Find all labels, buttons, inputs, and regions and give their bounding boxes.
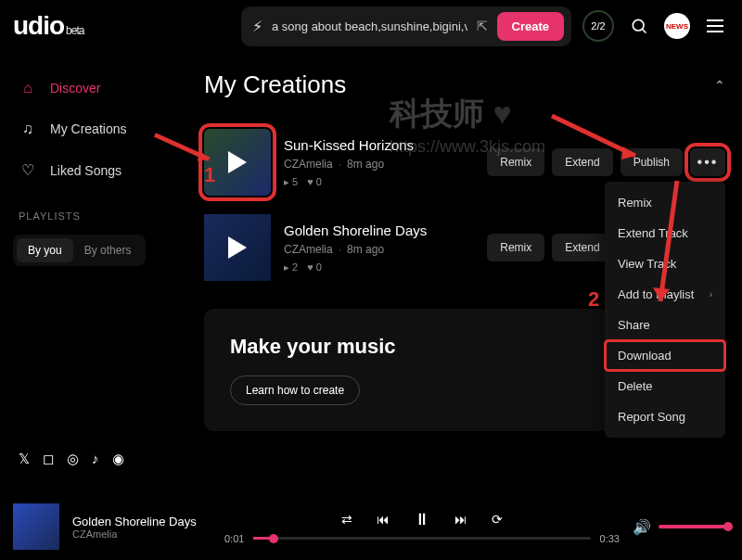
context-menu: Remix Extend Track View Track Add to Pla…	[605, 182, 725, 438]
generation-counter: 2/2	[582, 10, 614, 42]
like-count: 0	[316, 176, 322, 187]
tiktok-icon[interactable]: ♪	[92, 451, 99, 467]
menu-share[interactable]: Share	[605, 310, 725, 340]
sidebar-item-label: Liked Songs	[50, 163, 122, 178]
now-playing-title: Golden Shoreline Days	[72, 515, 211, 528]
track-time: 8m ago	[347, 158, 384, 171]
remix-button[interactable]: Remix	[487, 148, 544, 176]
play-icon	[228, 236, 247, 259]
top-bar: udiobeta ⚡︎ ⇱ Create 2/2 NEWS	[0, 0, 742, 52]
page-title: My Creations	[204, 70, 346, 99]
news-badge[interactable]: NEWS	[664, 13, 690, 39]
menu-report-song[interactable]: Report Song	[605, 401, 725, 432]
sidebar-item-label: My Creations	[50, 121, 126, 136]
main-panel: My Creations ⌃ Sun-Kissed Horizons CZAme…	[195, 52, 742, 493]
track-artist[interactable]: CZAmelia	[284, 158, 333, 171]
sidebar-item-label: Discover	[50, 81, 100, 95]
menu-add-to-playlist[interactable]: Add to Playlist›	[605, 279, 725, 310]
social-links: 𝕏 ◻︎ ◎ ♪ ◉	[13, 451, 182, 475]
track-title: Sun-Kissed Horizons	[284, 137, 474, 153]
instagram-icon[interactable]: ◻︎	[43, 451, 54, 467]
heart-icon: ♡	[19, 161, 37, 179]
play-icon	[228, 151, 247, 173]
menu-extend-track[interactable]: Extend Track	[605, 218, 725, 248]
next-icon[interactable]: ⏭	[454, 512, 467, 527]
volume-slider[interactable]	[659, 525, 729, 528]
track-time: 8m ago	[347, 243, 384, 256]
filter-by-you[interactable]: By you	[17, 238, 73, 262]
prompt-pill: ⚡︎ ⇱ Create	[241, 6, 571, 46]
total-time: 0:33	[600, 533, 620, 544]
shuffle-icon[interactable]: ⇄	[341, 512, 352, 527]
logo: udiobeta	[13, 11, 83, 41]
expand-icon[interactable]: ⇱	[477, 19, 488, 33]
track-title: Golden Shoreline Days	[284, 223, 474, 238]
sidebar: ⌂ Discover ♫ My Creations ♡ Liked Songs …	[0, 52, 195, 493]
track-artist[interactable]: CZAmelia	[284, 243, 333, 256]
play-count: 2	[292, 261, 298, 273]
music-icon: ♫	[19, 121, 37, 137]
page-title-row: My Creations ⌃	[204, 70, 725, 99]
menu-delete[interactable]: Delete	[605, 371, 725, 401]
extend-button[interactable]: Extend	[552, 148, 612, 176]
volume-icon[interactable]: 🔊	[633, 518, 651, 536]
extend-button[interactable]: Extend	[552, 234, 612, 261]
prev-icon[interactable]: ⏮	[377, 512, 390, 527]
chevron-right-icon: ›	[710, 289, 712, 299]
collapse-icon[interactable]: ⌃	[714, 78, 725, 93]
prompt-input[interactable]	[272, 19, 467, 33]
publish-button[interactable]: Publish	[620, 148, 683, 176]
menu-view-track[interactable]: View Track	[605, 248, 725, 279]
menu-remix[interactable]: Remix	[605, 187, 725, 218]
sidebar-item-discover[interactable]: ⌂ Discover	[13, 70, 182, 106]
hamburger-icon[interactable]	[701, 12, 729, 40]
home-icon: ⌂	[19, 80, 37, 96]
play-count: 5	[292, 176, 298, 187]
now-playing-artwork[interactable]	[13, 503, 59, 550]
repeat-icon[interactable]: ⟳	[492, 512, 503, 527]
menu-download[interactable]: Download	[605, 340, 725, 371]
like-count-icon: ♥	[307, 176, 313, 187]
reddit-icon[interactable]: ◉	[112, 451, 124, 467]
twitter-icon[interactable]: 𝕏	[19, 451, 30, 467]
elapsed-time: 0:01	[224, 533, 244, 544]
create-button[interactable]: Create	[497, 12, 564, 41]
sidebar-item-liked-songs[interactable]: ♡ Liked Songs	[13, 152, 182, 188]
more-button[interactable]: •••	[690, 148, 725, 176]
search-icon[interactable]	[625, 12, 653, 40]
playlists-heading: PLAYLISTS	[19, 210, 182, 222]
discord-icon[interactable]: ◎	[67, 451, 79, 467]
player-bar: Golden Shoreline Days CZAmelia ⇄ ⏮ ⏸ ⏭ ⟳…	[0, 493, 742, 560]
play-count-icon: ▸	[284, 176, 289, 188]
like-count-icon: ♥	[307, 261, 313, 273]
track-artwork[interactable]	[204, 214, 271, 281]
lightning-icon: ⚡︎	[252, 18, 262, 35]
track-artwork[interactable]	[204, 129, 271, 196]
svg-point-0	[633, 19, 644, 31]
sidebar-item-my-creations[interactable]: ♫ My Creations	[13, 111, 182, 146]
play-count-icon: ▸	[284, 261, 289, 274]
filter-by-others[interactable]: By others	[73, 238, 143, 262]
remix-button[interactable]: Remix	[487, 234, 544, 261]
pause-icon[interactable]: ⏸	[414, 510, 430, 529]
learn-button[interactable]: Learn how to create	[230, 375, 360, 405]
progress-bar[interactable]	[253, 537, 590, 540]
playlist-filter: By you By others	[13, 235, 146, 266]
now-playing-artist[interactable]: CZAmelia	[72, 528, 211, 540]
svg-line-1	[643, 30, 646, 33]
like-count: 0	[316, 261, 322, 273]
